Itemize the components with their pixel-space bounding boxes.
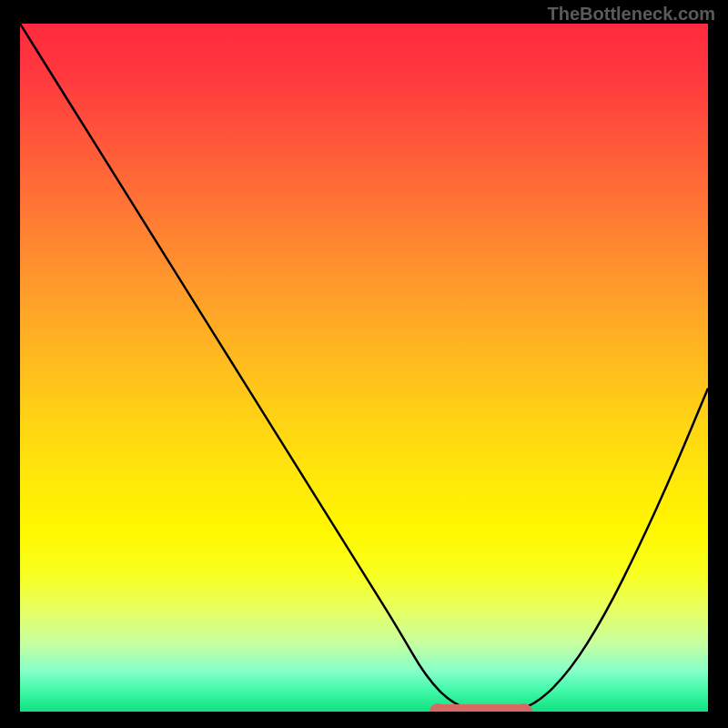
plot-area xyxy=(20,24,708,712)
optimal-range-marker xyxy=(433,704,530,712)
bottleneck-curve xyxy=(20,24,708,712)
marker-dot-left xyxy=(430,703,446,712)
watermark-text: TheBottleneck.com xyxy=(548,4,715,25)
